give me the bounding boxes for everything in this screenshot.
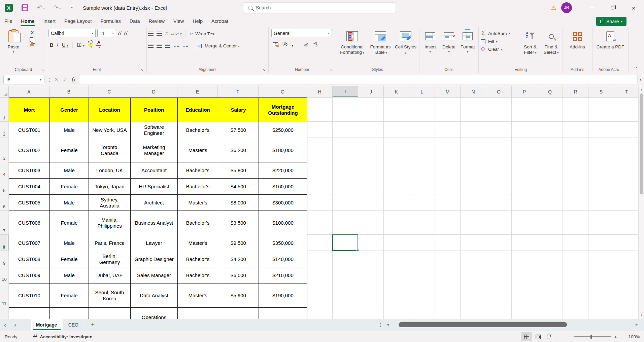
tab-view[interactable]: View (169, 15, 188, 27)
cell-N2[interactable] (461, 122, 486, 138)
scroll-up-icon[interactable]: ▲ (639, 87, 644, 92)
table-cell-D3[interactable]: Marketing Manager (130, 138, 178, 162)
share-button[interactable]: Share (596, 17, 626, 26)
cell-T7[interactable] (614, 211, 638, 235)
table-cell-A9[interactable]: CUST008 (9, 251, 50, 267)
cell-M9[interactable] (435, 251, 461, 267)
table-cell-C12[interactable] (89, 307, 131, 319)
table-cell-D1[interactable]: Position (130, 98, 178, 122)
search-input[interactable]: Search (243, 2, 396, 13)
table-cell-A6[interactable]: CUST005 (9, 194, 50, 211)
cell-Q9[interactable] (537, 251, 563, 267)
table-cell-C9[interactable]: Berlin, Germany (89, 251, 131, 267)
table-cell-G12[interactable] (259, 307, 307, 319)
cell-N9[interactable] (461, 251, 486, 267)
table-cell-E4[interactable]: Bachelor's (177, 162, 218, 179)
cell-I1[interactable] (333, 98, 358, 122)
formula-input[interactable] (79, 75, 638, 84)
table-cell-B11[interactable]: Female (49, 283, 89, 308)
cell-H5[interactable] (307, 178, 333, 194)
table-cell-D11[interactable]: Data Analyst (130, 283, 178, 308)
align-bottom-icon[interactable] (165, 32, 168, 35)
tab-formulas[interactable]: Formulas (96, 15, 125, 27)
column-header-Q[interactable]: Q (537, 86, 563, 97)
cell-R5[interactable] (563, 178, 588, 194)
cell-P5[interactable] (512, 178, 537, 194)
cell-I11[interactable] (333, 283, 358, 307)
cell-R8[interactable] (563, 235, 588, 251)
table-cell-C6[interactable]: Sydney, Australia (89, 194, 131, 211)
table-cell-F2[interactable]: $7,500 (218, 122, 259, 138)
cell-L3[interactable] (409, 138, 435, 162)
cell-S4[interactable] (588, 162, 614, 178)
find-select-button[interactable]: Find & Select (541, 29, 562, 73)
cell-H9[interactable] (307, 251, 333, 267)
cell-R7[interactable] (563, 211, 588, 235)
next-sheet-icon[interactable]: › (10, 321, 20, 329)
table-cell-E11[interactable]: Master's (177, 283, 218, 308)
cell-J1[interactable] (358, 98, 384, 122)
table-cell-F7[interactable]: $3,500 (218, 211, 259, 235)
tab-file[interactable]: File (0, 15, 16, 27)
cell-I5[interactable] (333, 178, 358, 194)
cell-Q6[interactable] (537, 194, 563, 211)
row-header-9[interactable]: 9 (0, 251, 8, 267)
cell-P7[interactable] (512, 211, 537, 235)
cell-T9[interactable] (614, 251, 638, 267)
cell-K12[interactable] (384, 307, 409, 319)
column-header-T[interactable]: T (614, 86, 638, 97)
create-pdf-button[interactable]: A∞ Create a PDF (594, 29, 627, 50)
table-cell-B9[interactable]: Female (49, 251, 89, 267)
cell-P12[interactable] (512, 307, 537, 319)
cell-R9[interactable] (563, 251, 588, 267)
cell-N7[interactable] (461, 211, 486, 235)
cell-L11[interactable] (409, 283, 435, 307)
underline-button[interactable]: U (62, 42, 68, 48)
cell-H10[interactable] (307, 267, 333, 283)
table-cell-G9[interactable]: $140,000 (259, 251, 307, 267)
table-cell-A2[interactable]: CUST001 (9, 122, 50, 138)
cell-T8[interactable] (614, 235, 638, 251)
cell-K3[interactable] (384, 138, 409, 162)
format-as-table-button[interactable]: Format as Table (367, 29, 394, 73)
cell-N6[interactable] (461, 194, 486, 211)
cell-H7[interactable] (307, 211, 333, 235)
cell-Q12[interactable] (537, 307, 563, 319)
cell-K8[interactable] (384, 235, 409, 251)
table-cell-D5[interactable]: HR Specialist (130, 178, 178, 195)
table-cell-F5[interactable]: $4,500 (218, 178, 259, 195)
paste-button[interactable]: Paste (1, 29, 26, 53)
font-dialog-launcher-icon[interactable] (141, 68, 145, 72)
accessibility-status[interactable]: Accessibility: Investigate (33, 334, 92, 339)
cell-I3[interactable] (333, 138, 358, 162)
cell-N4[interactable] (461, 162, 486, 178)
conditional-formatting-button[interactable]: Conditional Formatting (337, 29, 367, 73)
redo-button[interactable]: ▾ (53, 4, 61, 11)
column-header-B[interactable]: B (49, 86, 89, 97)
row-header-1[interactable]: 1 (0, 98, 8, 122)
cell-O4[interactable] (486, 162, 512, 178)
align-right-icon[interactable] (165, 44, 170, 48)
row-header-5[interactable]: 5 (0, 178, 8, 194)
cell-N11[interactable] (461, 283, 486, 307)
cell-N1[interactable] (461, 98, 486, 122)
table-cell-C2[interactable]: New York, USA (89, 122, 131, 138)
font-color-icon[interactable]: A (96, 40, 101, 49)
cell-N12[interactable] (461, 307, 486, 319)
table-cell-A4[interactable]: CUST003 (9, 162, 50, 179)
cell-M3[interactable] (435, 138, 461, 162)
table-cell-B8[interactable]: Male (49, 235, 89, 251)
cell-K7[interactable] (384, 211, 409, 235)
tab-acrobat[interactable]: Acrobat (207, 15, 233, 27)
cell-M8[interactable] (435, 235, 461, 251)
cell-T1[interactable] (614, 98, 638, 122)
cell-I4[interactable] (333, 162, 358, 178)
cell-J11[interactable] (358, 283, 384, 307)
table-cell-A7[interactable]: CUST006 (9, 211, 50, 235)
table-cell-G8[interactable]: $350,000 (259, 235, 307, 251)
cell-H12[interactable] (307, 307, 333, 319)
cell-L9[interactable] (409, 251, 435, 267)
cell-Q3[interactable] (537, 138, 563, 162)
column-header-K[interactable]: K (384, 86, 409, 97)
cell-J4[interactable] (358, 162, 384, 178)
